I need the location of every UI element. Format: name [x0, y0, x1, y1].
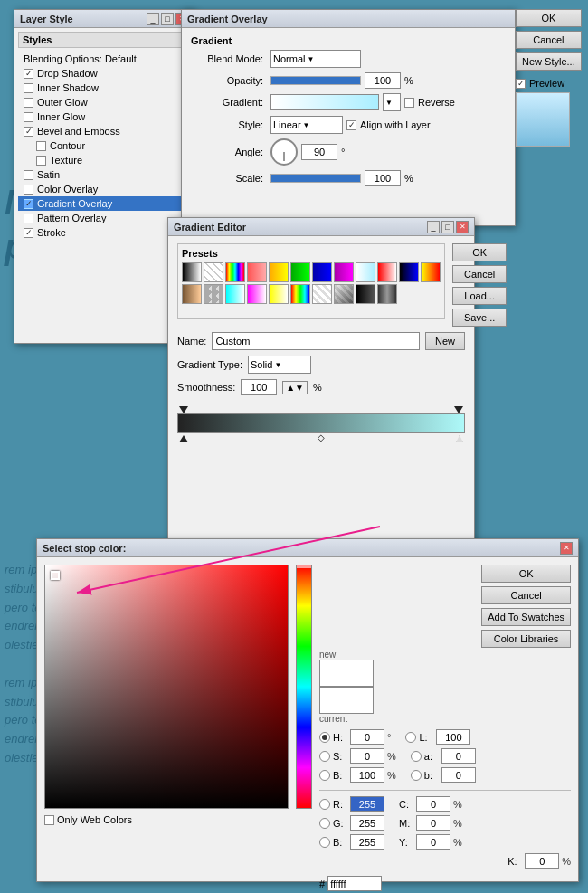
layer-style-ok-button[interactable]: OK: [516, 9, 582, 27]
preset-12[interactable]: [421, 262, 441, 282]
preset-22[interactable]: [377, 284, 397, 304]
color-overlay-checkbox[interactable]: [24, 185, 33, 195]
bottom-stop-left[interactable]: [179, 435, 188, 442]
preset-4[interactable]: [247, 262, 267, 282]
layer-item-inner-glow[interactable]: Inner Glow: [18, 109, 190, 124]
layer-item-inner-shadow[interactable]: Inner Shadow: [18, 81, 190, 95]
l-radio[interactable]: [405, 732, 416, 743]
b2-input[interactable]: [350, 834, 384, 850]
opacity-slider[interactable]: [270, 76, 361, 85]
b3-input[interactable]: [441, 767, 476, 783]
a-input[interactable]: [441, 748, 476, 764]
preset-5[interactable]: [269, 262, 289, 282]
midpoint-marker[interactable]: ◇: [318, 432, 325, 442]
gradient-select-btn[interactable]: ▼: [383, 93, 401, 111]
ssc-cancel-button[interactable]: Cancel: [481, 586, 571, 604]
scale-value[interactable]: 100: [365, 170, 401, 186]
opacity-value[interactable]: 100: [365, 72, 401, 89]
ge-maximize-btn[interactable]: □: [441, 221, 454, 233]
preset-14[interactable]: [204, 284, 223, 304]
ge-ok-button[interactable]: OK: [452, 243, 507, 261]
bevel-checkbox[interactable]: [24, 127, 33, 137]
bottom-stop-right[interactable]: [456, 435, 463, 442]
c-input[interactable]: [416, 796, 450, 812]
stroke-checkbox[interactable]: [24, 228, 33, 238]
only-web-colors-checkbox[interactable]: [44, 815, 54, 825]
texture-checkbox[interactable]: [36, 156, 46, 166]
b-radio[interactable]: [319, 770, 330, 781]
contour-checkbox[interactable]: [36, 141, 46, 151]
preset-13[interactable]: [182, 284, 202, 304]
r-input[interactable]: [350, 796, 384, 812]
preset-20[interactable]: [334, 284, 354, 304]
preset-10[interactable]: [377, 262, 397, 282]
preset-16[interactable]: [247, 284, 267, 304]
outer-glow-checkbox[interactable]: [24, 98, 33, 108]
b-input[interactable]: [350, 767, 384, 783]
layer-item-texture[interactable]: Texture: [18, 153, 190, 167]
layer-item-outer-glow[interactable]: Outer Glow: [18, 95, 190, 109]
preset-7[interactable]: [312, 262, 332, 282]
h-radio[interactable]: [319, 732, 330, 743]
name-input[interactable]: [212, 332, 420, 350]
top-stop-right[interactable]: [454, 406, 463, 413]
color-libraries-button[interactable]: Color Libraries: [481, 630, 571, 648]
preview-checkbox[interactable]: [516, 79, 526, 89]
a-radio[interactable]: [411, 751, 422, 762]
satin-checkbox[interactable]: [24, 170, 33, 180]
layer-item-color-overlay[interactable]: Color Overlay: [18, 182, 190, 196]
preset-1[interactable]: [182, 262, 202, 282]
gradient-bar-preview[interactable]: [270, 94, 379, 110]
ge-save-button[interactable]: Save...: [452, 309, 507, 327]
add-to-swatches-button[interactable]: Add To Swatches: [481, 608, 571, 626]
layer-item-bevel[interactable]: Bevel and Emboss: [18, 124, 190, 138]
reverse-checkbox[interactable]: [404, 98, 414, 108]
gradient-type-select[interactable]: Solid ▼: [248, 356, 311, 374]
ssc-ok-button[interactable]: OK: [481, 565, 571, 583]
m-input[interactable]: [416, 815, 450, 831]
preset-9[interactable]: [356, 262, 375, 282]
gradient-overlay-checkbox[interactable]: [24, 199, 33, 209]
angle-value[interactable]: 90: [301, 144, 337, 160]
y-input[interactable]: [416, 834, 450, 850]
preset-11[interactable]: [399, 262, 419, 282]
color-picker-gradient[interactable]: [44, 565, 289, 809]
ge-minimize-btn[interactable]: _: [427, 221, 440, 233]
smoothness-value[interactable]: 100: [241, 379, 277, 395]
b2-radio[interactable]: [319, 837, 330, 848]
top-stop-left[interactable]: [179, 406, 188, 413]
layer-item-contour[interactable]: Contour: [18, 138, 190, 153]
layer-item-gradient-overlay[interactable]: Gradient Overlay: [18, 196, 190, 211]
l-input[interactable]: [436, 729, 470, 745]
layer-style-cancel-button[interactable]: Cancel: [516, 31, 582, 49]
layer-item-drop-shadow[interactable]: Drop Shadow: [18, 66, 190, 81]
preset-18[interactable]: [290, 284, 310, 304]
g-input[interactable]: [350, 815, 384, 831]
layer-item-stroke[interactable]: Stroke: [18, 225, 190, 240]
pattern-overlay-checkbox[interactable]: [24, 214, 33, 223]
align-layer-checkbox[interactable]: [346, 120, 356, 130]
smoothness-stepper[interactable]: ▲▼: [282, 381, 308, 394]
preset-6[interactable]: [290, 262, 310, 282]
hex-input[interactable]: [327, 876, 382, 891]
b3-radio[interactable]: [411, 770, 422, 781]
inner-glow-checkbox[interactable]: [24, 112, 33, 122]
preset-19[interactable]: [312, 284, 332, 304]
layer-item-pattern-overlay[interactable]: Pattern Overlay: [18, 211, 190, 225]
ge-new-button[interactable]: New: [425, 332, 465, 350]
hue-slider[interactable]: [296, 565, 312, 809]
h-input[interactable]: [350, 729, 384, 745]
style-select[interactable]: Linear ▼: [270, 116, 343, 134]
layer-item-satin[interactable]: Satin: [18, 167, 190, 182]
blend-mode-select[interactable]: Normal ▼: [270, 50, 361, 68]
preset-8[interactable]: [334, 262, 354, 282]
new-style-button[interactable]: New Style...: [516, 52, 582, 71]
layer-style-maximize-btn[interactable]: □: [161, 13, 174, 25]
angle-widget[interactable]: [270, 138, 298, 166]
scale-slider[interactable]: [270, 174, 361, 183]
ge-close-btn[interactable]: [456, 221, 469, 233]
ssc-close-btn[interactable]: [560, 542, 573, 555]
ge-cancel-button[interactable]: Cancel: [452, 265, 507, 283]
k-input[interactable]: [525, 853, 559, 869]
preset-17[interactable]: [269, 284, 289, 304]
